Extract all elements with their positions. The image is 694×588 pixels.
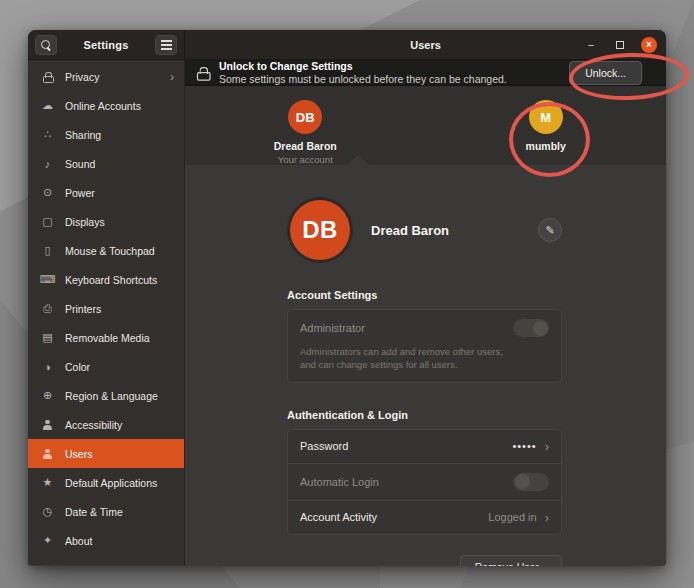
avatar[interactable]: DB bbox=[288, 100, 322, 134]
cloud-icon: ☁ bbox=[40, 99, 55, 112]
globe-icon: ⊕ bbox=[40, 389, 55, 402]
user-name: Dread Baron bbox=[371, 223, 449, 238]
color-icon: ◑ bbox=[40, 361, 55, 373]
sidebar-item-about[interactable]: ✦ About bbox=[28, 526, 184, 555]
sidebar-item-color[interactable]: ◑ Color bbox=[28, 352, 184, 381]
keyboard-icon: ⌨ bbox=[40, 273, 55, 286]
close-button[interactable]: × bbox=[641, 37, 657, 53]
printer-icon: ⎙ bbox=[40, 302, 55, 315]
maximize-icon bbox=[616, 41, 624, 49]
sidebar-item-mouse-touchpad[interactable]: ▯ Mouse & Touchpad bbox=[28, 236, 184, 265]
unlock-banner-subtitle: Some settings must be unlocked before th… bbox=[219, 73, 507, 85]
sidebar-header: Settings bbox=[28, 30, 185, 60]
search-button[interactable] bbox=[35, 35, 57, 55]
pencil-icon: ✎ bbox=[545, 224, 554, 237]
sidebar-item-displays[interactable]: ▢ Displays bbox=[28, 207, 184, 236]
chevron-right-icon: › bbox=[170, 70, 174, 84]
remove-user-button[interactable]: Remove User... bbox=[460, 555, 562, 566]
selected-user-pointer bbox=[347, 155, 369, 165]
sidebar-item-default-applications[interactable]: ★ Default Applications bbox=[28, 468, 184, 497]
star-icon: ★ bbox=[40, 476, 55, 489]
account-settings-heading: Account Settings bbox=[287, 289, 562, 301]
removable-media-icon: ▤ bbox=[40, 331, 55, 344]
automatic-login-row: Automatic Login bbox=[288, 463, 561, 500]
titlebar[interactable]: Users Settings − × bbox=[28, 30, 666, 60]
carousel-user-mumbly[interactable]: M mumbly bbox=[426, 86, 667, 165]
administrator-toggle[interactable] bbox=[513, 319, 549, 337]
administrator-description: Administrators can add and remove other … bbox=[288, 346, 518, 382]
account-settings-card: Administrator Administrators can add and… bbox=[287, 309, 562, 383]
display-icon: ▢ bbox=[40, 215, 55, 228]
power-icon: ⊙ bbox=[40, 186, 55, 199]
app-title: Settings bbox=[84, 39, 129, 51]
window-controls: − × bbox=[583, 30, 657, 60]
sidebar-item-accessibility[interactable]: Accessibility bbox=[28, 410, 184, 439]
users-icon bbox=[40, 449, 55, 459]
lock-icon bbox=[195, 68, 210, 77]
password-row[interactable]: Password ••••• › bbox=[288, 430, 561, 463]
accessibility-icon bbox=[40, 420, 55, 430]
sidebar: Privacy › ☁ Online Accounts ∴ Sharing ♪ … bbox=[28, 60, 185, 565]
sidebar-item-printers[interactable]: ⎙ Printers bbox=[28, 294, 184, 323]
sidebar-item-online-accounts[interactable]: ☁ Online Accounts bbox=[28, 91, 184, 120]
settings-window: Users Settings − × Privacy bbox=[28, 30, 666, 566]
sidebar-item-sharing[interactable]: ∴ Sharing bbox=[28, 120, 184, 149]
sidebar-item-users[interactable]: Users bbox=[28, 439, 184, 468]
chevron-right-icon: › bbox=[545, 439, 549, 454]
sound-icon: ♪ bbox=[40, 158, 55, 170]
password-dots: ••••• bbox=[512, 440, 536, 452]
sidebar-item-privacy[interactable]: Privacy › bbox=[28, 62, 184, 91]
administrator-row: Administrator bbox=[288, 310, 561, 346]
automatic-login-toggle[interactable] bbox=[513, 473, 549, 491]
search-icon bbox=[41, 40, 52, 51]
sidebar-item-removable-media[interactable]: ▤ Removable Media bbox=[28, 323, 184, 352]
lock-icon bbox=[40, 72, 55, 81]
sidebar-item-region-language[interactable]: ⊕ Region & Language bbox=[28, 381, 184, 410]
unlock-banner: Unlock to Change Settings Some settings … bbox=[185, 60, 666, 86]
carousel-user-dread-baron[interactable]: DB Dread Baron Your account bbox=[185, 86, 426, 165]
avatar[interactable]: DB bbox=[290, 200, 350, 260]
auth-login-heading: Authentication & Login bbox=[287, 409, 562, 421]
user-carousel: DB Dread Baron Your account M mumbly bbox=[185, 86, 666, 165]
sidebar-item-sound[interactable]: ♪ Sound bbox=[28, 149, 184, 178]
unlock-button[interactable]: Unlock... bbox=[569, 61, 642, 85]
sidebar-item-date-time[interactable]: ◷ Date & Time bbox=[28, 497, 184, 526]
minimize-button[interactable]: − bbox=[583, 37, 599, 53]
administrator-label: Administrator bbox=[300, 322, 365, 334]
avatar[interactable]: M bbox=[529, 100, 563, 134]
edit-name-button[interactable]: ✎ bbox=[538, 218, 562, 242]
avatar-ring: DB bbox=[287, 197, 353, 263]
hamburger-icon bbox=[161, 44, 172, 46]
share-icon: ∴ bbox=[40, 128, 55, 141]
clock-icon: ◷ bbox=[40, 505, 55, 518]
mouse-icon: ▯ bbox=[40, 244, 55, 257]
sidebar-item-keyboard-shortcuts[interactable]: ⌨ Keyboard Shortcuts bbox=[28, 265, 184, 294]
user-header: DB Dread Baron ✎ bbox=[287, 197, 562, 263]
sidebar-item-power[interactable]: ⊙ Power bbox=[28, 178, 184, 207]
desktop: Users Settings − × Privacy bbox=[0, 0, 694, 588]
maximize-button[interactable] bbox=[612, 37, 628, 53]
user-detail-panel: DB Dread Baron ✎ Account Settings Admini… bbox=[185, 165, 666, 566]
menu-button[interactable] bbox=[155, 35, 177, 55]
about-icon: ✦ bbox=[40, 534, 55, 547]
auth-login-card: Password ••••• › Automatic Login bbox=[287, 429, 562, 535]
account-activity-value: Logged in bbox=[488, 511, 536, 523]
chevron-right-icon: › bbox=[545, 510, 549, 525]
unlock-banner-title: Unlock to Change Settings bbox=[219, 60, 507, 72]
account-activity-row[interactable]: Account Activity Logged in › bbox=[288, 500, 561, 534]
users-panel: Unlock to Change Settings Some settings … bbox=[185, 60, 666, 565]
